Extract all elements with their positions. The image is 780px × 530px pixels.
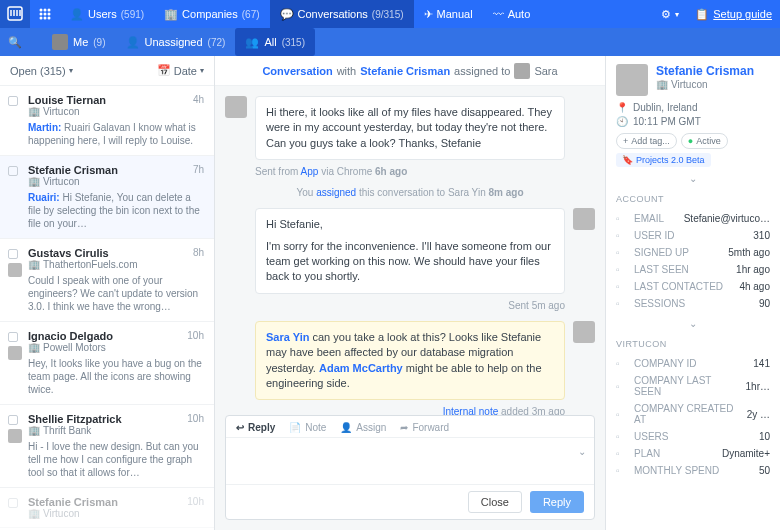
detail-row: ▫LAST SEEN1hr ago — [616, 261, 770, 278]
detail-value: 50 — [759, 465, 770, 476]
close-button[interactable]: Close — [468, 491, 522, 513]
auto-icon: 〰 — [493, 8, 504, 20]
nav-users[interactable]: 👤 Users (591) — [60, 0, 154, 28]
status-pill[interactable]: ●Active — [681, 133, 728, 149]
conversation-item[interactable]: Gustavs Cirulis🏢ThathertonFuels.com8hCou… — [0, 239, 214, 322]
timestamp: 7h — [193, 164, 204, 175]
checkbox[interactable] — [8, 249, 18, 259]
search-button[interactable]: 🔍 — [0, 36, 30, 49]
header-text: with — [337, 65, 357, 77]
user-icon: 👤 — [70, 8, 84, 21]
preview-text: Ruairi: Hi Stefanie, You can delete a fi… — [28, 191, 204, 230]
mention[interactable]: Sara Yin — [266, 331, 309, 343]
tab-note[interactable]: 📄Note — [289, 422, 326, 433]
detail-row: ▫USERS10 — [616, 428, 770, 445]
field-icon: ▫ — [616, 213, 628, 224]
profile-name[interactable]: Stefanie Crisman — [656, 64, 754, 78]
tab-reply[interactable]: ↩Reply — [236, 422, 275, 433]
filter-me[interactable]: Me (9) — [42, 28, 116, 56]
checkbox[interactable] — [8, 96, 18, 106]
assign-icon: 👤 — [340, 422, 352, 433]
note-meta: Internal note added 3m ago — [225, 406, 565, 415]
detail-key: SESSIONS — [634, 298, 753, 309]
internal-note: Sara Yin can you take a look at this? Lo… — [225, 321, 595, 401]
conversation-link[interactable]: Conversation — [262, 65, 332, 77]
company-name: 🏢Powell Motors — [28, 342, 204, 353]
contact-link[interactable]: Stefanie Crisman — [360, 65, 450, 77]
nav-manual[interactable]: ✈ Manual — [414, 0, 483, 28]
detail-key: USERS — [634, 431, 753, 442]
tag[interactable]: 🔖Projects 2.0 Beta — [616, 153, 711, 167]
detail-row: ▫COMPANY CREATED AT2y … — [616, 400, 770, 428]
conversation-item[interactable]: Stefanie Crisman🏢Virtucon7hRuairi: Hi St… — [0, 156, 214, 239]
conversation-item[interactable]: Shellie Fitzpatrick🏢Thrift Bank10hHi - I… — [0, 405, 214, 488]
preview-text: Hi - I love the new design. But can you … — [28, 440, 204, 479]
field-icon: ▫ — [616, 448, 628, 459]
field-icon: ▫ — [616, 230, 628, 241]
nav-manual-label: Manual — [437, 8, 473, 20]
detail-value: 90 — [759, 298, 770, 309]
expand-toggle[interactable]: ⌄ — [616, 173, 770, 184]
conversation-item[interactable]: Stefanie Crisman🏢Virtucon10h — [0, 488, 214, 528]
details-panel[interactable]: Stefanie Crisman 🏢Virtucon 📍Dublin, Irel… — [605, 56, 780, 530]
detail-value: 4h ago — [739, 281, 770, 292]
setup-guide-label: Setup guide — [713, 8, 772, 20]
tab-forward[interactable]: ➦Forward — [400, 422, 449, 433]
detail-row: ▫PLANDynamite+ — [616, 445, 770, 462]
chevron-down-icon: ⌄ — [578, 446, 586, 457]
nav-conversations[interactable]: 💬 Conversations (9/315) — [270, 0, 414, 28]
reply-composer: ↩Reply 📄Note 👤Assign ➦Forward ⌄ Close Re… — [225, 415, 595, 520]
message-thread[interactable]: Hi there, it looks like all of my files … — [215, 86, 605, 415]
add-tag-button[interactable]: +Add tag... — [616, 133, 677, 149]
svg-point-12 — [44, 17, 47, 20]
nav-conversations-label: Conversations — [298, 8, 368, 20]
svg-point-7 — [48, 9, 51, 12]
svg-point-5 — [40, 9, 43, 12]
detail-row: ▫COMPANY ID141 — [616, 355, 770, 372]
nav-users-label: Users — [88, 8, 117, 20]
chevrons-icon: ⌄ — [689, 318, 697, 329]
filter-unassigned[interactable]: 👤 Unassigned (72) — [116, 28, 236, 56]
checkbox[interactable] — [8, 166, 18, 176]
checkbox[interactable] — [8, 498, 18, 508]
company-icon: 🏢 — [28, 106, 40, 117]
avatar — [52, 34, 68, 50]
field-icon: ▫ — [616, 465, 628, 476]
profile-company[interactable]: 🏢Virtucon — [656, 79, 754, 90]
filter-all[interactable]: 👥 All (315) — [235, 28, 315, 56]
nav-auto[interactable]: 〰 Auto — [483, 0, 541, 28]
settings-menu[interactable]: ⚙ ▾ — [653, 8, 687, 21]
checkbox[interactable] — [8, 415, 18, 425]
tab-assign[interactable]: 👤Assign — [340, 422, 386, 433]
expand-toggle[interactable]: ⌄ — [616, 318, 770, 329]
checkbox[interactable] — [8, 332, 18, 342]
setup-guide-button[interactable]: 📋 Setup guide — [687, 8, 780, 21]
detail-row: ▫SIGNED UP5mth ago — [616, 244, 770, 261]
detail-row: ▫MONTHLY SPEND50 — [616, 462, 770, 479]
reply-input[interactable] — [226, 438, 594, 482]
preview-text: Martin: Ruairi Galavan I know what is ha… — [28, 121, 204, 147]
nav-companies[interactable]: 🏢 Companies (67) — [154, 0, 269, 28]
status-filter-dropdown[interactable]: Open (315) ▾ — [10, 65, 73, 77]
app-logo[interactable] — [0, 0, 30, 28]
plus-icon: + — [623, 136, 628, 146]
conversation-item[interactable]: Ignacio Delgado🏢Powell Motors10hHey, It … — [0, 322, 214, 405]
company-name: 🏢Thrift Bank — [28, 425, 204, 436]
company-icon: 🏢 — [28, 508, 40, 519]
filter-bar: 🔍 Me (9) 👤 Unassigned (72) 👥 All (315) — [0, 28, 780, 56]
app-link[interactable]: App — [301, 166, 319, 177]
detail-key: COMPANY CREATED AT — [634, 403, 741, 425]
mention[interactable]: Adam McCarthy — [319, 362, 403, 374]
expand-composer[interactable]: ⌄ — [578, 446, 586, 457]
sort-dropdown[interactable]: 📅 Date ▾ — [157, 64, 204, 77]
reply-button[interactable]: Reply — [530, 491, 584, 513]
contact-name: Ignacio Delgado — [28, 330, 113, 342]
app-switcher[interactable] — [30, 8, 60, 20]
message-meta: Sent 5m ago — [225, 300, 565, 311]
conversation-item[interactable]: Louise Tiernan🏢Virtucon4hMartin: Ruairi … — [0, 86, 214, 156]
filter-all-count: (315) — [282, 37, 305, 48]
conversation-list[interactable]: Louise Tiernan🏢Virtucon4hMartin: Ruairi … — [0, 86, 214, 530]
detail-row: ▫EMAILStefanie@virtuco… — [616, 210, 770, 227]
detail-key: MONTHLY SPEND — [634, 465, 753, 476]
users-icon: 👥 — [245, 36, 259, 49]
